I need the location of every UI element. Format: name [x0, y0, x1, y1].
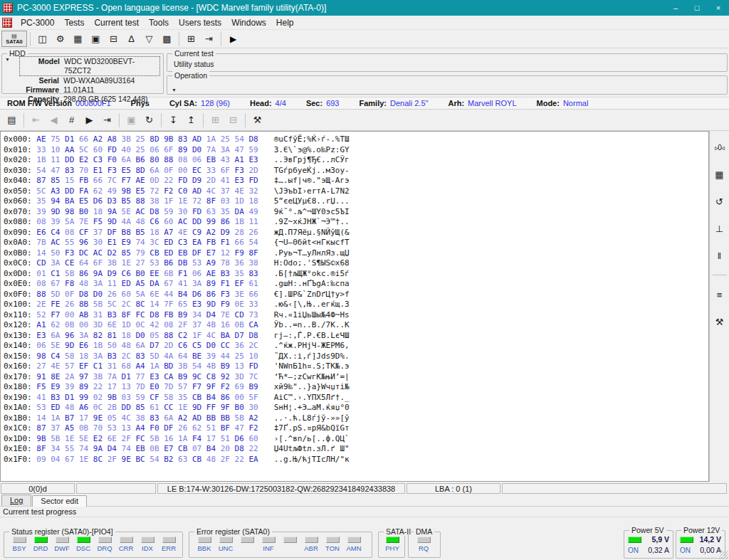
- copy-windows-icon[interactable]: ⊞: [182, 31, 200, 47]
- terminal-pin-icon[interactable]: ⊥: [715, 218, 723, 239]
- hex-row[interactable]: 0x120: A1 62 0B 00 3D 6E 1D 0C 42 08 2F …: [4, 320, 708, 331]
- sector-params-icon[interactable]: ▤: [3, 112, 21, 128]
- sector-grid-icon[interactable]: ▩: [158, 31, 176, 47]
- tab-log[interactable]: Log: [1, 495, 31, 506]
- hex-byte: 9F: [206, 382, 221, 391]
- menu-tests[interactable]: Tests: [59, 16, 89, 29]
- hex-byte: 5C: [107, 300, 122, 309]
- hex-row[interactable]: 0x1E0: 8F 34 55 74 9A D4 74 EB 0B E7 CB …: [4, 444, 708, 455]
- hex-row[interactable]: 0x130: E3 6A 96 3A 82 81 18 D0 05 88 C2 …: [4, 331, 708, 342]
- hex-byte: E2: [93, 434, 107, 443]
- inf-led-indicator: [262, 537, 276, 543]
- drive-search-icon[interactable]: ◫: [33, 31, 51, 47]
- hex-row[interactable]: 0x170: 91 8E 2A 97 3B 7A D1 77 E3 CA B9 …: [4, 372, 708, 383]
- hex-row[interactable]: 0x010: 33 10 AA 5C 60 FD 40 25 06 6F 89 …: [4, 145, 708, 156]
- sata0-port-button[interactable]: ▤ SATA0: [1, 31, 27, 47]
- hex-row[interactable]: 0x070: 39 9D 98 B0 18 9A 5E AC D8 59 30 …: [4, 207, 708, 218]
- sector-editor-toolbar: ▤⇤◀#▶⇥▣↻↧↥⊞⊟⚒: [0, 110, 729, 131]
- nav-next-icon[interactable]: ▶: [80, 112, 98, 128]
- hex-row[interactable]: 0x0E0: 08 67 F8 48 3A 11 ED A5 DA 67 41 …: [4, 279, 708, 290]
- resize-grip[interactable]: [720, 551, 728, 559]
- hex-row[interactable]: 0x140: 06 5E 9D E6 1B 50 48 6A D7 2D C6 …: [4, 341, 708, 352]
- hex-row[interactable]: 0x020: 1B 11 DD E2 C3 F0 6A B6 80 88 08 …: [4, 155, 708, 166]
- rom-chip-icon[interactable]: ▦: [69, 31, 87, 47]
- tests-compass-icon[interactable]: Δ: [122, 31, 140, 47]
- pause-icon[interactable]: ‖: [718, 245, 721, 266]
- hex-row[interactable]: 0x0F0: 88 5D 0F D8 D0 26 60 5A 6E 44 B4 …: [4, 290, 708, 300]
- utility-settings-icon[interactable]: ⚙: [51, 31, 69, 47]
- hex-row[interactable]: 0x0D0: 01 C1 5B 86 9A D9 C6 B0 EE 6B F1 …: [4, 269, 708, 280]
- hex-row[interactable]: 0x090: E6 C4 08 CF 37 DF B8 B5 18 A7 4E …: [4, 228, 708, 238]
- exit-utility-icon[interactable]: ⇥: [200, 31, 218, 47]
- save-to-file-icon[interactable]: ↧: [164, 112, 182, 128]
- utility-window-icon[interactable]: [2, 18, 12, 28]
- hex-row[interactable]: 0x060: 35 94 BA E5 D6 D3 B5 88 38 1F 1E …: [4, 196, 708, 207]
- start-test-icon[interactable]: ▶: [224, 31, 242, 47]
- hex-row[interactable]: 0x0C0: CD 3A CE 64 6F 3B 1E 27 53 B6 DB …: [4, 258, 708, 269]
- hdd-row-model[interactable]: ModelWDC WD3200BEVT-75ZCT2: [19, 56, 160, 76]
- tab-sector-edit[interactable]: Sector edit: [32, 495, 87, 507]
- menu-help[interactable]: Help: [271, 16, 299, 29]
- hex-byte: 2D: [206, 176, 221, 185]
- editor-tools-icon[interactable]: ⚒: [248, 112, 266, 128]
- hex-row[interactable]: 0x160: 27 4E 57 EF C1 31 68 A4 1A BD 3B …: [4, 361, 708, 372]
- hex-row[interactable]: 0x1B0: 14 1A B7 17 9E 05 4C 38 83 6A A2 …: [4, 413, 708, 424]
- recalibrate-icon[interactable]: ▹0◃: [715, 137, 724, 158]
- hex-row[interactable]: 0x180: F5 E9 39 89 22 17 13 7D E0 7D 57 …: [4, 382, 708, 393]
- hex-row[interactable]: 0x1D0: 9B 5B 1E 5E E2 6E 2F FC 5B 16 1A …: [4, 434, 708, 445]
- hex-row[interactable]: 0x030: 54 47 83 70 E1 F3 E5 8D 6A 0F 00 …: [4, 166, 708, 176]
- hex-byte: C6: [150, 217, 164, 226]
- maximize-button[interactable]: □: [686, 0, 708, 16]
- menu-windows[interactable]: Windows: [226, 16, 271, 29]
- hex-row[interactable]: 0x050: 5C A3 DD FA 62 49 9B E5 72 F2 C0 …: [4, 186, 708, 197]
- hex-row[interactable]: 0x100: 2E FE 26 8B 5B 5C 2C 8C 14 7F 65 …: [4, 300, 708, 310]
- hex-ascii: .9Z~хќJHЖ`¬Э™†..: [274, 217, 350, 226]
- filter-funnel-icon[interactable]: ▽: [140, 31, 158, 47]
- load-from-file-icon[interactable]: ↥: [182, 112, 200, 128]
- hex-row[interactable]: 0x150: 98 C4 58 18 3A B3 2C 83 5D 4A 64 …: [4, 352, 708, 362]
- hex-byte: C4: [51, 352, 65, 361]
- hex-row[interactable]: 0x110: 52 F7 00 AB 31 B3 8F FC D8 FB B9 …: [4, 310, 708, 321]
- nav-last-icon[interactable]: ⇥: [98, 112, 116, 128]
- close-button[interactable]: ×: [708, 0, 729, 16]
- hdd-dropdown-icon[interactable]: ▼: [5, 57, 10, 62]
- hex-row[interactable]: 0x040: 87 85 15 FB 66 7C F7 AE 0D 22 FD …: [4, 176, 708, 186]
- led-label: AMN: [346, 544, 361, 552]
- hex-byte: D9: [221, 228, 235, 237]
- database-icon[interactable]: ⊟: [105, 31, 122, 47]
- hex-byte: E6: [36, 228, 51, 237]
- log-list-icon[interactable]: ≡: [717, 284, 723, 305]
- hex-byte: 96: [79, 238, 93, 247]
- hex-row[interactable]: 0x0B0: 14 50 F3 DC AC D2 85 79 CB ED EB …: [4, 248, 708, 259]
- hex-row[interactable]: 0x000: AE 75 D1 66 A2 A8 3B 25 8D 9B 83 …: [4, 134, 708, 145]
- menu-pc-3000[interactable]: PC-3000: [16, 16, 59, 29]
- hex-ascii: .Б[†љЩЖ°оkс.®і5ѓ: [274, 269, 350, 278]
- hex-byte: B8: [122, 228, 136, 237]
- hex-row[interactable]: 0x1C0: 87 37 A5 0B 70 53 13 A4 F0 DF 26 …: [4, 423, 708, 434]
- chip-board-icon[interactable]: ▦: [715, 164, 723, 185]
- hex-row[interactable]: 0x080: 08 39 5A 7E F5 9D 4A 48 C6 60 AC …: [4, 217, 708, 228]
- menu-tools[interactable]: Tools: [144, 16, 174, 29]
- utility-tools-icon[interactable]: ⚒: [715, 311, 724, 332]
- service-area-icon[interactable]: ▣: [87, 31, 105, 47]
- hex-view[interactable]: 0x000: AE 75 D1 66 A2 A8 3B 25 8D 9B 83 …: [0, 131, 709, 482]
- hex-row[interactable]: 0x1A0: 53 ED 48 A6 0C 2B DD 85 61 CC 1E …: [4, 403, 708, 413]
- hex-byte: 52: [36, 310, 51, 319]
- reset-drive-icon[interactable]: ↺: [715, 191, 723, 212]
- hex-row[interactable]: 0x190: 41 B3 D1 99 02 9B 03 59 CF 58 35 …: [4, 393, 708, 403]
- hex-byte: 09: [36, 455, 51, 464]
- goto-sector-icon[interactable]: #: [63, 112, 80, 128]
- minimize-button[interactable]: –: [665, 0, 686, 16]
- refresh-sector-icon[interactable]: ↻: [140, 112, 158, 128]
- menu-users-tests[interactable]: Users tests: [174, 16, 226, 29]
- hdd-value-model: WDC WD3200BEVT-75ZCT2: [64, 57, 159, 75]
- hex-byte: 65: [178, 300, 192, 309]
- hex-byte: 37: [51, 423, 65, 433]
- menu-current-test[interactable]: Current test: [89, 16, 144, 29]
- hex-byte: D1: [65, 134, 79, 144]
- hex-byte: D3: [107, 196, 122, 206]
- operation-dropdown-icon[interactable]: ▼: [172, 88, 177, 93]
- hex-byte: 5B: [51, 434, 65, 443]
- hex-row[interactable]: 0x1F0: 09 04 67 1E 8C 2F 9E BC 54 B2 63 …: [4, 455, 708, 465]
- hex-row[interactable]: 0x0A0: 7B AC 55 96 30 E1 E9 74 3C ED C3 …: [4, 238, 708, 248]
